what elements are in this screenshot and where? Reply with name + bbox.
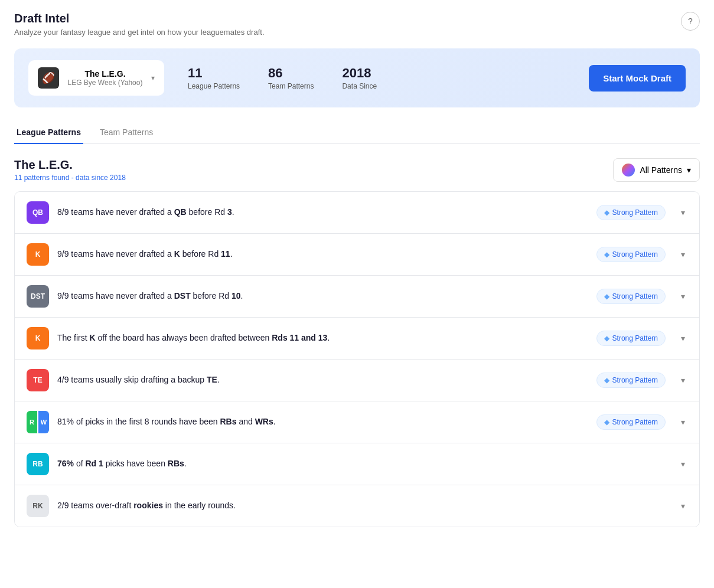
help-button[interactable]: ? <box>681 12 700 31</box>
stat-league-patterns: 11 League Patterns <box>188 66 240 90</box>
all-patterns-label: All Patterns <box>640 165 682 175</box>
expand-button[interactable]: ▾ <box>679 373 687 387</box>
expand-button[interactable]: ▾ <box>679 457 687 471</box>
pattern-text: 8/9 teams have never drafted a QB before… <box>57 207 588 218</box>
strong-pattern-badge: ◆Strong Pattern <box>596 205 666 220</box>
pattern-text: 9/9 teams have never drafted a DST befor… <box>57 290 588 302</box>
pattern-row: TE4/9 teams usually skip drafting a back… <box>15 360 699 401</box>
pattern-row: DST9/9 teams have never drafted a DST be… <box>15 276 699 318</box>
expand-button[interactable]: ▾ <box>679 331 687 345</box>
position-badge: K <box>27 327 49 349</box>
tabs-row: League Patterns Team Patterns <box>14 122 700 144</box>
strong-pattern-badge: ◆Strong Pattern <box>596 373 666 388</box>
chevron-down-icon: ▾ <box>151 74 155 82</box>
position-badge: DST <box>27 285 49 308</box>
pattern-row: RB76% of Rd 1 picks have been RBs.▾ <box>15 443 699 485</box>
strong-pattern-label: Strong Pattern <box>612 334 658 342</box>
pattern-row: RW81% of picks in the first 8 rounds hav… <box>15 401 699 443</box>
diamond-icon: ◆ <box>604 250 609 259</box>
league-logo: 🏈 <box>38 67 59 89</box>
strong-pattern-badge: ◆Strong Pattern <box>596 331 666 346</box>
expand-button[interactable]: ▾ <box>679 415 687 429</box>
league-selector[interactable]: 🏈 The L.E.G. LEG Bye Week (Yahoo) ▾ <box>28 60 164 96</box>
expand-button[interactable]: ▾ <box>679 247 687 262</box>
pattern-text: 2/9 teams over-draft rookies in the earl… <box>57 500 666 512</box>
position-badge: RW <box>27 411 49 433</box>
pattern-row: KThe first K off the board has always be… <box>15 318 699 360</box>
position-badge: RK <box>27 495 49 517</box>
team-patterns-number: 86 <box>268 66 314 81</box>
data-since-label: Data Since <box>342 82 377 90</box>
diamond-icon: ◆ <box>604 334 609 342</box>
expand-button[interactable]: ▾ <box>679 499 687 513</box>
all-patterns-icon <box>622 164 635 177</box>
league-patterns-label: League Patterns <box>188 82 240 90</box>
strong-pattern-label: Strong Pattern <box>612 292 658 300</box>
league-platform: LEG Bye Week (Yahoo) <box>65 79 145 87</box>
chevron-down-icon: ▾ <box>687 165 691 175</box>
rb-part: R <box>27 411 37 433</box>
league-name: The L.E.G. <box>65 69 145 79</box>
strong-pattern-label: Strong Pattern <box>612 208 658 217</box>
strong-pattern-label: Strong Pattern <box>612 418 658 426</box>
diamond-icon: ◆ <box>604 208 609 217</box>
all-patterns-button[interactable]: All Patterns ▾ <box>613 158 700 182</box>
stat-data-since: 2018 Data Since <box>342 66 377 90</box>
pattern-row: QB8/9 teams have never drafted a QB befo… <box>15 192 699 234</box>
expand-button[interactable]: ▾ <box>679 289 687 303</box>
pattern-text: 9/9 teams have never drafted a K before … <box>57 249 588 260</box>
position-badge: K <box>27 243 49 266</box>
data-since-number: 2018 <box>342 66 377 81</box>
pattern-text: The first K off the board has always bee… <box>57 332 588 344</box>
pattern-row: RK2/9 teams over-draft rookies in the ea… <box>15 485 699 527</box>
team-patterns-label: Team Patterns <box>268 82 314 90</box>
diamond-icon: ◆ <box>604 418 609 426</box>
stats-row: 11 League Patterns 86 Team Patterns 2018… <box>188 66 589 90</box>
diamond-icon: ◆ <box>604 376 609 384</box>
pattern-text: 4/9 teams usually skip drafting a backup… <box>57 374 588 386</box>
position-badge: QB <box>27 201 49 224</box>
pattern-text: 76% of Rd 1 picks have been RBs. <box>57 458 666 470</box>
position-badge: RB <box>27 453 49 475</box>
strong-pattern-badge: ◆Strong Pattern <box>596 289 666 304</box>
strong-pattern-label: Strong Pattern <box>612 250 658 259</box>
stat-team-patterns: 86 Team Patterns <box>268 66 314 90</box>
section-header: The L.E.G. 11 patterns found - data sinc… <box>14 158 700 182</box>
strong-pattern-badge: ◆Strong Pattern <box>596 414 666 430</box>
section-title: The L.E.G. <box>14 158 126 172</box>
patterns-list: QB8/9 teams have never drafted a QB befo… <box>14 191 700 527</box>
position-badge: TE <box>27 369 49 391</box>
pattern-row: K9/9 teams have never drafted a K before… <box>15 234 699 276</box>
strong-pattern-badge: ◆Strong Pattern <box>596 247 666 262</box>
section-subtitle: 11 patterns found - data since 2018 <box>14 174 126 182</box>
diamond-icon: ◆ <box>604 292 609 300</box>
league-card: 🏈 The L.E.G. LEG Bye Week (Yahoo) ▾ 11 L… <box>14 48 700 107</box>
league-info: The L.E.G. LEG Bye Week (Yahoo) <box>65 69 145 87</box>
start-mock-draft-button[interactable]: Start Mock Draft <box>589 65 686 92</box>
strong-pattern-label: Strong Pattern <box>612 376 658 384</box>
tab-team-patterns[interactable]: Team Patterns <box>97 122 155 144</box>
league-patterns-number: 11 <box>188 66 240 81</box>
page-subtitle: Analyze your fantasy league and get inte… <box>14 28 265 37</box>
pattern-text: 81% of picks in the first 8 rounds have … <box>57 416 588 428</box>
page-title: Draft Intel <box>14 12 265 25</box>
expand-button[interactable]: ▾ <box>679 205 687 220</box>
tab-league-patterns[interactable]: League Patterns <box>14 122 83 144</box>
wr-part: W <box>38 411 49 433</box>
